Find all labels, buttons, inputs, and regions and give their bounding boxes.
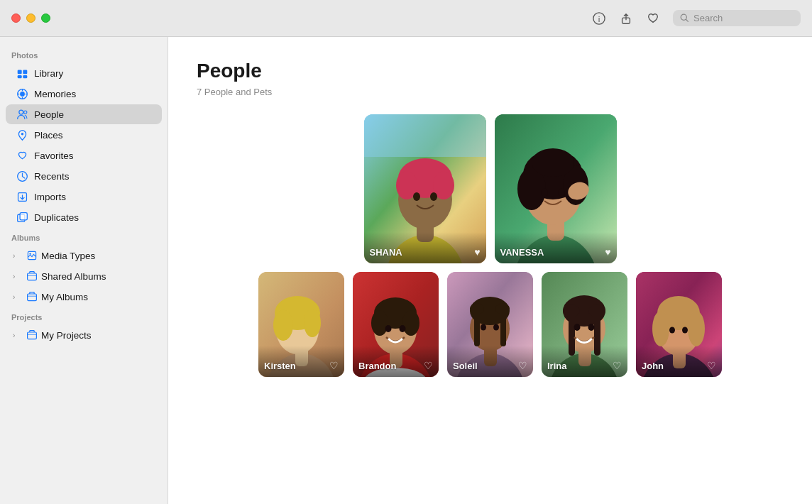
svg-point-92	[652, 311, 669, 346]
search-input[interactable]	[693, 13, 793, 23]
svg-rect-26	[28, 332, 37, 339]
sidebar-item-places[interactable]: Places	[6, 125, 162, 145]
sidebar-item-shared-albums[interactable]: › Shared Albums	[6, 266, 162, 286]
minimize-button[interactable]	[26, 13, 35, 23]
svg-point-75	[493, 324, 499, 331]
svg-rect-8	[23, 75, 27, 78]
svg-point-46	[541, 189, 548, 197]
svg-rect-21	[20, 212, 27, 219]
page-subtitle: 7 People and Pets	[197, 87, 784, 97]
svg-point-73	[495, 303, 510, 314]
search-container[interactable]	[673, 10, 801, 26]
page-title: People	[197, 60, 784, 82]
svg-text:i: i	[598, 13, 600, 23]
people-grid-top: SHANA ♥	[197, 114, 784, 263]
sidebar-item-duplicates[interactable]: Duplicates	[6, 207, 162, 227]
svg-rect-24	[28, 273, 37, 280]
sidebar: Photos Library	[0, 37, 168, 504]
person-card-soleil[interactable]: Soleil ♡	[447, 272, 533, 377]
svg-point-64	[400, 325, 406, 332]
soleil-name: Soleil	[453, 361, 478, 371]
maximize-button[interactable]	[41, 13, 50, 23]
kirsten-heart[interactable]: ♡	[329, 360, 339, 371]
svg-point-10	[20, 92, 25, 97]
titlebar: i	[0, 0, 812, 37]
person-card-shana[interactable]: SHANA ♥	[364, 114, 486, 263]
app-body: Photos Library	[0, 37, 812, 504]
sidebar-item-memories[interactable]: Memories	[6, 84, 162, 104]
heart-icon[interactable]	[646, 11, 660, 26]
titlebar-actions: i	[592, 10, 801, 26]
sidebar-item-recents[interactable]: Recents	[6, 166, 162, 186]
duplicates-label: Duplicates	[34, 212, 79, 223]
my-projects-chevron: ›	[13, 332, 23, 339]
main-content: People 7 People and Pets	[168, 37, 812, 504]
svg-rect-6	[23, 70, 27, 74]
svg-point-47	[558, 189, 565, 197]
svg-point-93	[688, 311, 705, 346]
irina-overlay: Irina ♡	[542, 346, 627, 377]
shared-albums-label: Shared Albums	[41, 271, 106, 282]
sidebar-item-my-albums[interactable]: › My Albums	[6, 287, 162, 307]
svg-rect-7	[17, 75, 21, 78]
sidebar-item-people[interactable]: People	[6, 104, 162, 124]
shared-albums-chevron: ›	[13, 273, 23, 280]
sidebar-item-favorites[interactable]: Favorites	[6, 146, 162, 165]
john-name: John	[642, 361, 664, 371]
sidebar-item-imports[interactable]: Imports	[6, 187, 162, 207]
people-icon	[16, 108, 28, 121]
svg-rect-5	[17, 70, 21, 74]
recents-label: Recents	[34, 171, 70, 182]
svg-point-54	[304, 309, 321, 337]
svg-point-15	[18, 110, 23, 114]
svg-point-63	[385, 325, 392, 332]
people-grid-bottom: Kirsten ♡	[197, 272, 784, 377]
person-card-john[interactable]: John ♡	[636, 272, 722, 377]
share-icon[interactable]	[619, 11, 633, 26]
my-projects-label: My Projects	[41, 330, 92, 341]
svg-line-4	[686, 20, 688, 22]
soleil-heart[interactable]: ♡	[518, 360, 527, 371]
media-types-label: Media Types	[41, 251, 95, 261]
projects-section-label: Projects	[0, 307, 168, 324]
person-card-vanessa[interactable]: VANESSA ♥	[495, 114, 617, 263]
svg-point-34	[413, 192, 420, 201]
brandon-name: Brandon	[358, 361, 396, 371]
svg-rect-36	[364, 114, 486, 157]
sidebar-item-library[interactable]: Library	[6, 63, 162, 83]
irina-heart[interactable]: ♡	[613, 360, 622, 371]
shared-albums-icon	[26, 270, 38, 283]
duplicates-icon	[16, 211, 28, 224]
my-albums-icon	[26, 290, 38, 303]
svg-point-95	[682, 327, 688, 334]
memories-icon	[16, 87, 28, 100]
svg-point-83	[563, 305, 580, 317]
brandon-heart[interactable]: ♡	[424, 360, 433, 371]
sidebar-item-media-types[interactable]: › Media Types	[6, 246, 162, 265]
info-icon[interactable]: i	[592, 11, 606, 26]
person-card-brandon[interactable]: Brandon ♡	[353, 272, 439, 377]
person-card-irina[interactable]: Irina ♡	[542, 272, 627, 377]
media-types-icon	[26, 249, 38, 262]
kirsten-overlay: Kirsten ♡	[258, 346, 344, 377]
svg-point-84	[588, 305, 605, 317]
shana-heart[interactable]: ♥	[474, 246, 480, 258]
john-heart[interactable]: ♡	[707, 360, 716, 371]
my-albums-label: My Albums	[41, 292, 88, 302]
john-overlay: John ♡	[636, 346, 722, 377]
close-button[interactable]	[11, 13, 21, 23]
irina-name: Irina	[547, 361, 566, 371]
brandon-overlay: Brandon ♡	[353, 346, 439, 377]
svg-point-35	[430, 192, 437, 201]
albums-section-label: Albums	[0, 228, 168, 245]
svg-point-72	[470, 303, 484, 314]
svg-rect-25	[28, 294, 37, 301]
person-card-kirsten[interactable]: Kirsten ♡	[258, 272, 344, 377]
svg-point-61	[371, 310, 388, 336]
my-projects-icon	[26, 329, 38, 341]
sidebar-item-my-projects[interactable]: › My Projects	[6, 325, 162, 345]
vanessa-heart[interactable]: ♥	[605, 246, 610, 258]
library-icon	[16, 67, 28, 80]
vanessa-name: VANESSA	[500, 247, 544, 258]
svg-point-53	[273, 309, 293, 341]
